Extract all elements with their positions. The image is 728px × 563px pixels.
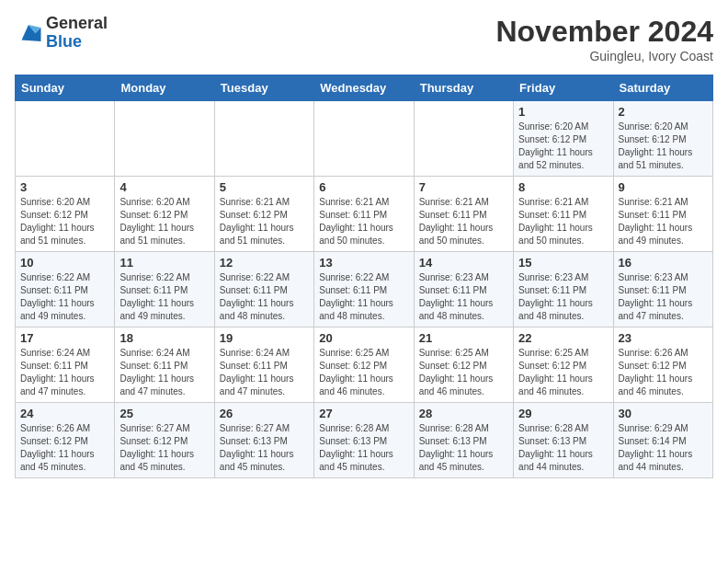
- weekday-header-tuesday: Tuesday: [214, 75, 313, 101]
- calendar-cell: 1Sunrise: 6:20 AM Sunset: 6:12 PM Daylig…: [514, 101, 613, 177]
- day-number: 21: [419, 331, 508, 345]
- day-info: Sunrise: 6:24 AM Sunset: 6:11 PM Dayligh…: [119, 347, 209, 398]
- day-number: 22: [518, 331, 608, 345]
- day-info: Sunrise: 6:26 AM Sunset: 6:12 PM Dayligh…: [619, 347, 708, 398]
- day-number: 7: [419, 180, 508, 194]
- calendar-cell: 17Sunrise: 6:24 AM Sunset: 6:11 PM Dayli…: [16, 327, 115, 403]
- day-info: Sunrise: 6:21 AM Sunset: 6:11 PM Dayligh…: [619, 196, 708, 247]
- day-number: 15: [518, 256, 608, 270]
- day-number: 27: [319, 407, 408, 420]
- day-number: 11: [119, 256, 209, 270]
- day-info: Sunrise: 6:22 AM Sunset: 6:11 PM Dayligh…: [220, 271, 309, 323]
- day-info: Sunrise: 6:28 AM Sunset: 6:13 PM Dayligh…: [419, 422, 508, 474]
- location: Guingleu, Ivory Coast: [495, 49, 713, 63]
- calendar-cell: 26Sunrise: 6:27 AM Sunset: 6:13 PM Dayli…: [214, 403, 313, 478]
- day-number: 9: [619, 180, 708, 194]
- day-number: 8: [518, 180, 608, 194]
- day-info: Sunrise: 6:20 AM Sunset: 6:12 PM Dayligh…: [518, 121, 608, 172]
- calendar-cell: 6Sunrise: 6:21 AM Sunset: 6:11 PM Daylig…: [314, 177, 414, 252]
- day-info: Sunrise: 6:21 AM Sunset: 6:11 PM Dayligh…: [419, 196, 508, 247]
- calendar-cell: 29Sunrise: 6:28 AM Sunset: 6:13 PM Dayli…: [514, 403, 613, 478]
- day-number: 17: [20, 331, 109, 345]
- day-number: 12: [220, 256, 309, 270]
- day-number: 18: [119, 331, 209, 345]
- day-number: 29: [518, 407, 608, 420]
- calendar-cell: 2Sunrise: 6:20 AM Sunset: 6:12 PM Daylig…: [613, 101, 712, 177]
- calendar-cell: 15Sunrise: 6:23 AM Sunset: 6:11 PM Dayli…: [514, 252, 613, 327]
- calendar-cell: 18Sunrise: 6:24 AM Sunset: 6:11 PM Dayli…: [115, 327, 214, 403]
- weekday-header-sunday: Sunday: [16, 75, 115, 101]
- calendar-cell: 8Sunrise: 6:21 AM Sunset: 6:11 PM Daylig…: [514, 177, 613, 252]
- day-info: Sunrise: 6:23 AM Sunset: 6:11 PM Dayligh…: [419, 271, 508, 323]
- day-number: 28: [419, 407, 508, 420]
- week-row-1: 1Sunrise: 6:20 AM Sunset: 6:12 PM Daylig…: [16, 101, 713, 177]
- calendar-cell: 30Sunrise: 6:29 AM Sunset: 6:14 PM Dayli…: [613, 403, 712, 478]
- calendar-cell: 12Sunrise: 6:22 AM Sunset: 6:11 PM Dayli…: [214, 252, 313, 327]
- weekday-header-saturday: Saturday: [613, 75, 712, 101]
- calendar-cell: 23Sunrise: 6:26 AM Sunset: 6:12 PM Dayli…: [613, 327, 712, 403]
- day-info: Sunrise: 6:23 AM Sunset: 6:11 PM Dayligh…: [619, 271, 708, 323]
- calendar-cell: 21Sunrise: 6:25 AM Sunset: 6:12 PM Dayli…: [414, 327, 513, 403]
- logo-general: General: [46, 14, 108, 32]
- calendar-cell: [314, 101, 414, 177]
- calendar-cell: 24Sunrise: 6:26 AM Sunset: 6:12 PM Dayli…: [16, 403, 115, 478]
- calendar-body: 1Sunrise: 6:20 AM Sunset: 6:12 PM Daylig…: [16, 101, 713, 478]
- weekday-header-friday: Friday: [514, 75, 613, 101]
- calendar-cell: [214, 101, 313, 177]
- day-number: 30: [619, 407, 708, 420]
- day-number: 23: [619, 331, 708, 345]
- day-info: Sunrise: 6:25 AM Sunset: 6:12 PM Dayligh…: [419, 347, 508, 398]
- weekday-header-row: SundayMondayTuesdayWednesdayThursdayFrid…: [16, 75, 713, 101]
- week-row-4: 17Sunrise: 6:24 AM Sunset: 6:11 PM Dayli…: [16, 327, 713, 403]
- weekday-header-thursday: Thursday: [414, 75, 513, 101]
- calendar-cell: 9Sunrise: 6:21 AM Sunset: 6:11 PM Daylig…: [613, 177, 712, 252]
- day-info: Sunrise: 6:24 AM Sunset: 6:11 PM Dayligh…: [220, 347, 309, 398]
- calendar-cell: 16Sunrise: 6:23 AM Sunset: 6:11 PM Dayli…: [613, 252, 712, 327]
- calendar-cell: 20Sunrise: 6:25 AM Sunset: 6:12 PM Dayli…: [314, 327, 414, 403]
- day-number: 6: [319, 180, 408, 194]
- day-number: 24: [20, 407, 109, 420]
- day-number: 20: [319, 331, 408, 345]
- week-row-3: 10Sunrise: 6:22 AM Sunset: 6:11 PM Dayli…: [16, 252, 713, 327]
- calendar-cell: 22Sunrise: 6:25 AM Sunset: 6:12 PM Dayli…: [514, 327, 613, 403]
- week-row-2: 3Sunrise: 6:20 AM Sunset: 6:12 PM Daylig…: [16, 177, 713, 252]
- calendar-cell: 3Sunrise: 6:20 AM Sunset: 6:12 PM Daylig…: [16, 177, 115, 252]
- day-info: Sunrise: 6:22 AM Sunset: 6:11 PM Dayligh…: [119, 271, 209, 323]
- day-info: Sunrise: 6:25 AM Sunset: 6:12 PM Dayligh…: [319, 347, 408, 398]
- calendar-cell: 19Sunrise: 6:24 AM Sunset: 6:11 PM Dayli…: [214, 327, 313, 403]
- day-info: Sunrise: 6:27 AM Sunset: 6:12 PM Dayligh…: [119, 422, 209, 474]
- calendar-table: SundayMondayTuesdayWednesdayThursdayFrid…: [15, 75, 713, 478]
- day-info: Sunrise: 6:24 AM Sunset: 6:11 PM Dayligh…: [20, 347, 109, 398]
- day-info: Sunrise: 6:23 AM Sunset: 6:11 PM Dayligh…: [518, 271, 608, 323]
- calendar-cell: 7Sunrise: 6:21 AM Sunset: 6:11 PM Daylig…: [414, 177, 513, 252]
- month-title: November 2024: [495, 15, 713, 49]
- day-info: Sunrise: 6:26 AM Sunset: 6:12 PM Dayligh…: [20, 422, 109, 474]
- calendar-cell: 13Sunrise: 6:22 AM Sunset: 6:11 PM Dayli…: [314, 252, 414, 327]
- weekday-header-monday: Monday: [115, 75, 214, 101]
- day-info: Sunrise: 6:29 AM Sunset: 6:14 PM Dayligh…: [619, 422, 708, 474]
- day-info: Sunrise: 6:22 AM Sunset: 6:11 PM Dayligh…: [20, 271, 109, 323]
- day-info: Sunrise: 6:20 AM Sunset: 6:12 PM Dayligh…: [20, 196, 109, 247]
- day-info: Sunrise: 6:21 AM Sunset: 6:11 PM Dayligh…: [319, 196, 408, 247]
- day-info: Sunrise: 6:28 AM Sunset: 6:13 PM Dayligh…: [319, 422, 408, 474]
- calendar-cell: 28Sunrise: 6:28 AM Sunset: 6:13 PM Dayli…: [414, 403, 513, 478]
- day-info: Sunrise: 6:20 AM Sunset: 6:12 PM Dayligh…: [619, 121, 708, 172]
- day-number: 13: [319, 256, 408, 270]
- day-number: 19: [220, 331, 309, 345]
- day-number: 25: [119, 407, 209, 420]
- logo-text: General Blue: [46, 15, 108, 52]
- logo-icon: [15, 19, 42, 47]
- logo-blue: Blue: [46, 32, 82, 51]
- day-info: Sunrise: 6:27 AM Sunset: 6:13 PM Dayligh…: [220, 422, 309, 474]
- calendar-cell: 27Sunrise: 6:28 AM Sunset: 6:13 PM Dayli…: [314, 403, 414, 478]
- day-number: 3: [20, 180, 109, 194]
- calendar-cell: 4Sunrise: 6:20 AM Sunset: 6:12 PM Daylig…: [115, 177, 214, 252]
- day-number: 1: [518, 105, 608, 119]
- logo: General Blue: [15, 15, 108, 52]
- day-info: Sunrise: 6:21 AM Sunset: 6:11 PM Dayligh…: [518, 196, 608, 247]
- title-block: November 2024 Guingleu, Ivory Coast: [495, 15, 713, 63]
- calendar-cell: 11Sunrise: 6:22 AM Sunset: 6:11 PM Dayli…: [115, 252, 214, 327]
- day-info: Sunrise: 6:28 AM Sunset: 6:13 PM Dayligh…: [518, 422, 608, 474]
- day-info: Sunrise: 6:22 AM Sunset: 6:11 PM Dayligh…: [319, 271, 408, 323]
- week-row-5: 24Sunrise: 6:26 AM Sunset: 6:12 PM Dayli…: [16, 403, 713, 478]
